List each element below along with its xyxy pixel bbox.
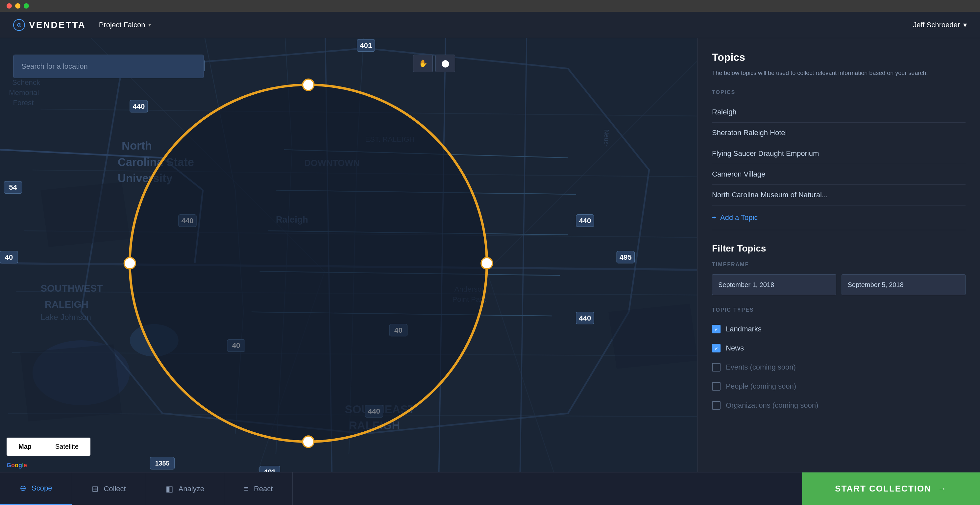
topic-type-organizations: Organizations (coming soon)	[712, 396, 966, 415]
user-chevron-icon: ▾	[963, 21, 967, 29]
date-end-input[interactable]	[842, 274, 966, 295]
topic-item-4[interactable]: North Carolina Museum of Natural...	[712, 185, 966, 205]
svg-text:54: 54	[9, 183, 17, 191]
topic-type-news[interactable]: ✓ News	[712, 339, 966, 358]
svg-text:Lake Johnson: Lake Johnson	[40, 313, 91, 322]
topic-types-label: TOPIC TYPES	[712, 307, 966, 313]
tab-analyze-label: Analyze	[178, 484, 204, 493]
svg-text:Schenck: Schenck	[12, 78, 40, 86]
add-topic-button[interactable]: + Add a Topic	[712, 205, 966, 230]
svg-text:SOUTHWEST: SOUTHWEST	[40, 283, 103, 294]
events-checkbox[interactable]	[712, 363, 721, 372]
svg-point-48	[130, 85, 487, 442]
svg-point-52	[481, 257, 493, 269]
svg-text:RALEIGH: RALEIGH	[45, 299, 89, 310]
close-button[interactable]	[6, 3, 12, 8]
nav-tabs: ⊕ Scope ⊞ Collect ◧ Analyze ≡ React	[0, 472, 802, 505]
landmarks-label: Landmarks	[726, 325, 762, 333]
svg-text:Memorial: Memorial	[9, 89, 39, 97]
logo: ⊕ VENDETTA	[13, 19, 86, 31]
topic-item-1[interactable]: Sheraton Raleigh Hotel	[712, 122, 966, 143]
logo-icon: ⊕	[13, 19, 25, 31]
sidebar-title: Topics	[712, 51, 966, 64]
minimize-button[interactable]	[15, 3, 21, 8]
map-type-map-button[interactable]: Map	[6, 438, 43, 456]
svg-text:440: 440	[579, 217, 591, 225]
logo-text: VENDETTA	[29, 20, 86, 30]
svg-text:440: 440	[132, 102, 145, 110]
map-type-toggle: Map Satellite	[6, 438, 91, 456]
tab-react-label: React	[254, 484, 273, 493]
timeframe-row	[712, 274, 966, 295]
map-type-satellite-button[interactable]: Satellite	[43, 438, 91, 456]
map-tools: ✋ ⬤	[413, 55, 455, 72]
scope-icon: ⊕	[20, 484, 26, 493]
timeframe-label: TIMEFRAME	[712, 262, 966, 268]
topic-types-list: ✓ Landmarks ✓ News Events (coming soon) …	[712, 319, 966, 415]
maximize-button[interactable]	[24, 3, 29, 8]
tab-scope[interactable]: ⊕ Scope	[0, 472, 72, 505]
add-icon: +	[712, 213, 716, 222]
topic-item-0[interactable]: Raleigh	[712, 102, 966, 122]
search-box	[13, 55, 204, 78]
date-start-input[interactable]	[712, 274, 836, 295]
svg-point-50	[302, 436, 314, 448]
analyze-icon: ◧	[166, 484, 173, 494]
start-collection-label: START COLLECTION	[835, 484, 931, 494]
topic-type-landmarks[interactable]: ✓ Landmarks	[712, 319, 966, 339]
svg-text:401: 401	[264, 468, 276, 472]
hand-tool-button[interactable]: ✋	[413, 55, 433, 72]
start-collection-button[interactable]: START COLLECTION →	[802, 472, 980, 505]
people-label: People (coming soon)	[726, 382, 796, 391]
svg-point-49	[302, 79, 314, 91]
google-logo: Google	[6, 462, 27, 469]
svg-text:1355: 1355	[155, 460, 170, 467]
chevron-down-icon: ▾	[148, 22, 151, 28]
sidebar-description: The below topics will be used to collect…	[712, 69, 966, 78]
search-input[interactable]	[13, 55, 204, 78]
svg-text:Neus-: Neus-	[603, 130, 610, 147]
window-controls	[6, 3, 29, 8]
bottom-bar: ⊕ Scope ⊞ Collect ◧ Analyze ≡ React STAR…	[0, 472, 980, 505]
start-collection-arrow-icon: →	[938, 484, 947, 494]
svg-text:Forest: Forest	[13, 98, 33, 107]
tab-react[interactable]: ≡ React	[224, 472, 293, 505]
news-label: News	[726, 344, 744, 353]
organizations-label: Organizations (coming soon)	[726, 401, 818, 410]
tab-collect[interactable]: ⊞ Collect	[72, 472, 146, 505]
topic-type-events: Events (coming soon)	[712, 358, 966, 377]
collect-icon: ⊞	[92, 484, 98, 494]
topic-type-people: People (coming soon)	[712, 377, 966, 396]
topic-item-3[interactable]: Cameron Village	[712, 164, 966, 185]
sidebar: Topics The below topics will be used to …	[697, 38, 980, 505]
topics-list: Raleigh Sheraton Raleigh Hotel Flying Sa…	[712, 102, 966, 205]
app-header: ⊕ VENDETTA Project Falcon ▾ Jeff Schroed…	[0, 12, 980, 38]
svg-text:401: 401	[360, 41, 372, 50]
svg-text:440: 440	[579, 314, 591, 322]
landmarks-checkbox[interactable]: ✓	[712, 325, 721, 333]
topics-section-label: TOPICS	[712, 89, 966, 95]
svg-text:495: 495	[620, 253, 632, 261]
events-label: Events (coming soon)	[726, 363, 796, 372]
news-checkbox[interactable]: ✓	[712, 344, 721, 353]
user-name: Jeff Schroeder	[913, 21, 960, 29]
filter-topics-title: Filter Topics	[712, 243, 966, 254]
circle-tool-button[interactable]: ⬤	[436, 55, 455, 72]
people-checkbox[interactable]	[712, 382, 721, 391]
svg-point-51	[124, 257, 135, 269]
titlebar	[0, 0, 980, 12]
svg-text:40: 40	[5, 253, 13, 261]
topic-item-2[interactable]: Flying Saucer Draught Emporium	[712, 143, 966, 164]
svg-text:North: North	[122, 140, 152, 152]
tab-collect-label: Collect	[103, 484, 126, 493]
tab-scope-label: Scope	[32, 484, 52, 492]
organizations-checkbox[interactable]	[712, 401, 721, 410]
tab-analyze[interactable]: ◧ Analyze	[146, 472, 224, 505]
project-selector[interactable]: Project Falcon ▾	[99, 21, 151, 29]
project-name: Project Falcon	[99, 21, 145, 29]
react-icon: ≡	[244, 484, 249, 494]
user-menu[interactable]: Jeff Schroeder ▾	[913, 21, 967, 29]
